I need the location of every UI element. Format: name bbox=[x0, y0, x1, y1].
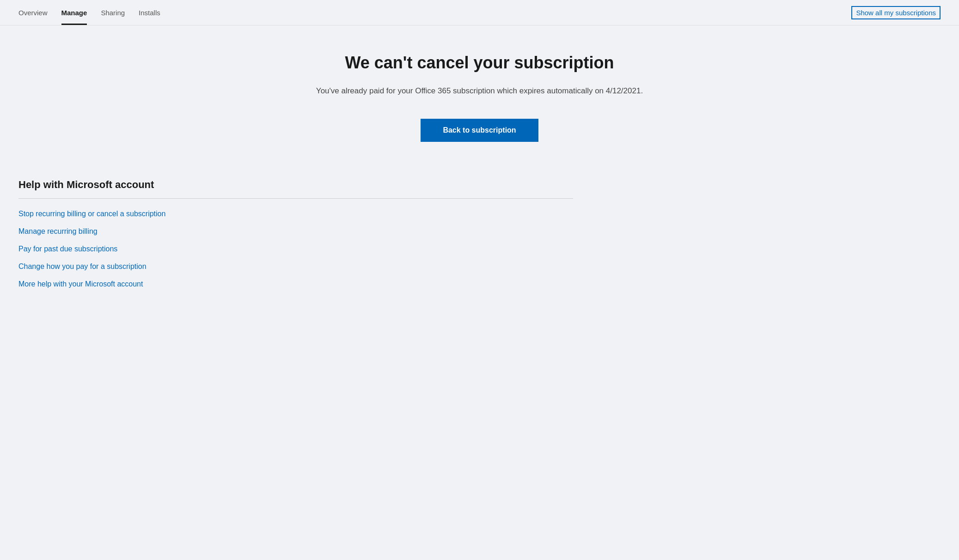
tab-overview[interactable]: Overview bbox=[18, 0, 48, 25]
help-section-title: Help with Microsoft account bbox=[18, 179, 573, 191]
top-bar: Overview Manage Sharing Installs Show al… bbox=[0, 0, 959, 25]
tab-sharing[interactable]: Sharing bbox=[101, 0, 125, 25]
back-to-subscription-button[interactable]: Back to subscription bbox=[421, 119, 538, 142]
help-link-pay-past-due[interactable]: Pay for past due subscriptions bbox=[18, 245, 573, 253]
help-link-more-help[interactable]: More help with your Microsoft account bbox=[18, 280, 573, 288]
help-link-change-payment[interactable]: Change how you pay for a subscription bbox=[18, 262, 573, 271]
help-section: Help with Microsoft account Stop recurri… bbox=[18, 179, 573, 288]
tab-installs[interactable]: Installs bbox=[139, 0, 160, 25]
help-links: Stop recurring billing or cancel a subsc… bbox=[18, 210, 573, 288]
error-description: You've already paid for your Office 365 … bbox=[316, 86, 643, 96]
tab-manage[interactable]: Manage bbox=[61, 0, 87, 25]
main-content: We can't cancel your subscription You've… bbox=[0, 25, 959, 307]
show-all-subscriptions-link[interactable]: Show all my subscriptions bbox=[851, 6, 941, 19]
help-link-manage-recurring[interactable]: Manage recurring billing bbox=[18, 227, 573, 236]
error-title: We can't cancel your subscription bbox=[345, 53, 614, 73]
help-link-stop-recurring[interactable]: Stop recurring billing or cancel a subsc… bbox=[18, 210, 573, 218]
help-divider bbox=[18, 198, 573, 199]
nav-tabs: Overview Manage Sharing Installs bbox=[18, 0, 160, 25]
